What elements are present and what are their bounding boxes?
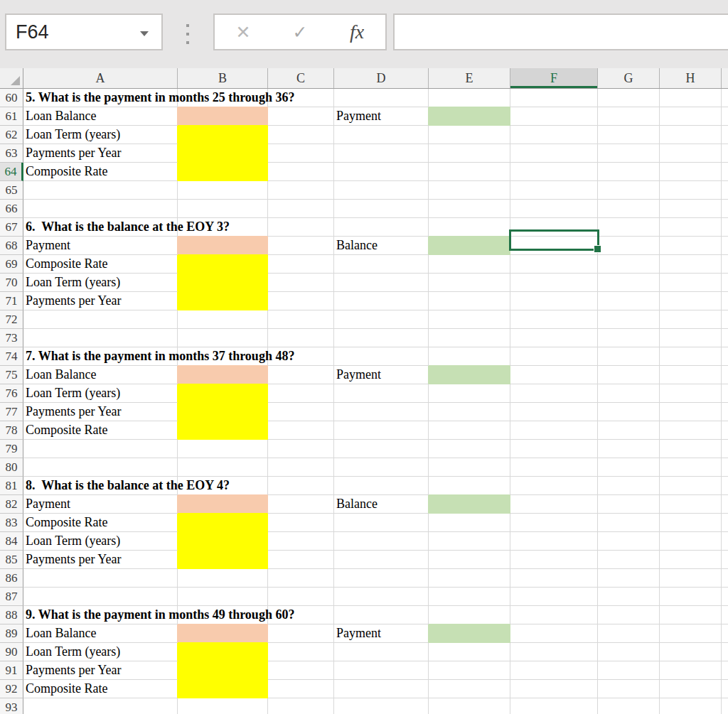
cell-E86[interactable] — [429, 569, 510, 588]
cell-A88[interactable]: 9. What is the payment in months 49 thro… — [23, 606, 178, 624]
cell-G77[interactable] — [598, 403, 660, 421]
row-header-81[interactable]: 81 — [0, 477, 23, 495]
cell-partial68[interactable] — [722, 237, 728, 255]
cell-H81[interactable] — [660, 477, 722, 495]
cell-B93[interactable] — [178, 698, 268, 714]
cell-partial90[interactable] — [722, 643, 728, 661]
cell-H75[interactable] — [660, 366, 722, 384]
cell-C74[interactable] — [268, 347, 334, 366]
cell-G79[interactable] — [598, 440, 660, 458]
cell-D60[interactable] — [334, 89, 429, 107]
cell-D77[interactable] — [334, 403, 429, 421]
cell-D72[interactable] — [334, 310, 429, 329]
cell-C91[interactable] — [268, 661, 334, 680]
cell-C85[interactable] — [268, 551, 334, 569]
cell-B90[interactable] — [178, 643, 268, 661]
insert-function-icon[interactable]: fx — [350, 21, 364, 43]
row-header-73[interactable]: 73 — [0, 329, 23, 347]
cell-B78[interactable] — [178, 421, 268, 440]
cell-G83[interactable] — [598, 514, 660, 532]
cell-G67[interactable] — [598, 218, 660, 237]
cell-C82[interactable] — [268, 495, 334, 514]
cell-E77[interactable] — [429, 403, 510, 421]
cell-A77[interactable]: Payments per Year — [23, 403, 178, 421]
cell-D88[interactable] — [334, 606, 429, 624]
cell-D78[interactable] — [334, 421, 429, 440]
cell-A63[interactable]: Payments per Year — [23, 144, 178, 163]
cell-C70[interactable] — [268, 274, 334, 292]
cell-B70[interactable] — [178, 274, 268, 292]
cell-A89[interactable]: Loan Balance — [23, 624, 178, 643]
cell-G76[interactable] — [598, 384, 660, 403]
cell-C71[interactable] — [268, 292, 334, 310]
cell-D69[interactable] — [334, 255, 429, 274]
cell-D73[interactable] — [334, 329, 429, 347]
cell-E69[interactable] — [429, 255, 510, 274]
row-header-79[interactable]: 79 — [0, 440, 23, 458]
cell-A64[interactable]: Composite Rate — [23, 163, 178, 181]
cell-H76[interactable] — [660, 384, 722, 403]
cell-partial83[interactable] — [722, 514, 728, 532]
cell-C84[interactable] — [268, 532, 334, 551]
cell-E80[interactable] — [429, 458, 510, 477]
cell-G89[interactable] — [598, 624, 660, 643]
cell-B72[interactable] — [178, 310, 268, 329]
row-header-86[interactable]: 86 — [0, 569, 23, 588]
cell-B71[interactable] — [178, 292, 268, 310]
cell-D71[interactable] — [334, 292, 429, 310]
row-header-64[interactable]: 64 — [0, 163, 23, 181]
column-header-partial[interactable] — [722, 68, 728, 88]
cell-E82[interactable] — [429, 495, 510, 514]
cell-E64[interactable] — [429, 163, 510, 181]
cell-E87[interactable] — [429, 588, 510, 606]
cell-G88[interactable] — [598, 606, 660, 624]
cell-A68[interactable]: Payment — [23, 237, 178, 255]
cell-partial75[interactable] — [722, 366, 728, 384]
row-header-84[interactable]: 84 — [0, 532, 23, 551]
cell-B69[interactable] — [178, 255, 268, 274]
enter-icon[interactable]: ✓ — [293, 22, 308, 43]
column-header-D[interactable]: D — [334, 68, 429, 88]
cell-B81[interactable] — [178, 477, 268, 495]
cell-G69[interactable] — [598, 255, 660, 274]
row-header-69[interactable]: 69 — [0, 255, 23, 274]
cell-C67[interactable] — [268, 218, 334, 237]
cell-D91[interactable] — [334, 661, 429, 680]
cell-C76[interactable] — [268, 384, 334, 403]
cell-H90[interactable] — [660, 643, 722, 661]
name-box[interactable]: F64 — [5, 13, 163, 50]
cell-partial72[interactable] — [722, 310, 728, 329]
cell-G60[interactable] — [598, 89, 660, 107]
cell-E92[interactable] — [429, 680, 510, 698]
cell-D75[interactable]: Payment — [334, 366, 429, 384]
cell-B92[interactable] — [178, 680, 268, 698]
cell-A90[interactable]: Loan Term (years) — [23, 643, 178, 661]
cell-C60[interactable] — [268, 89, 334, 107]
cell-G82[interactable] — [598, 495, 660, 514]
cell-H83[interactable] — [660, 514, 722, 532]
cell-A91[interactable]: Payments per Year — [23, 661, 178, 680]
cell-partial73[interactable] — [722, 329, 728, 347]
cell-A61[interactable]: Loan Balance — [23, 107, 178, 126]
cell-H65[interactable] — [660, 181, 722, 200]
cell-E83[interactable] — [429, 514, 510, 532]
cell-G72[interactable] — [598, 310, 660, 329]
cell-C90[interactable] — [268, 643, 334, 661]
row-header-88[interactable]: 88 — [0, 606, 23, 624]
fill-handle[interactable] — [594, 245, 601, 253]
cell-partial84[interactable] — [722, 532, 728, 551]
cell-C72[interactable] — [268, 310, 334, 329]
cell-A86[interactable] — [23, 569, 178, 588]
cell-G64[interactable] — [598, 163, 660, 181]
cell-G93[interactable] — [598, 698, 660, 714]
cell-C80[interactable] — [268, 458, 334, 477]
cell-A74[interactable]: 7. What is the payment in months 37 thro… — [23, 347, 178, 366]
cell-G62[interactable] — [598, 126, 660, 144]
cell-C77[interactable] — [268, 403, 334, 421]
cell-H85[interactable] — [660, 551, 722, 569]
cell-F69[interactable] — [510, 255, 598, 274]
cell-F65[interactable] — [510, 181, 598, 200]
cell-G74[interactable] — [598, 347, 660, 366]
row-header-93[interactable]: 93 — [0, 698, 23, 714]
cell-A66[interactable] — [23, 200, 178, 218]
